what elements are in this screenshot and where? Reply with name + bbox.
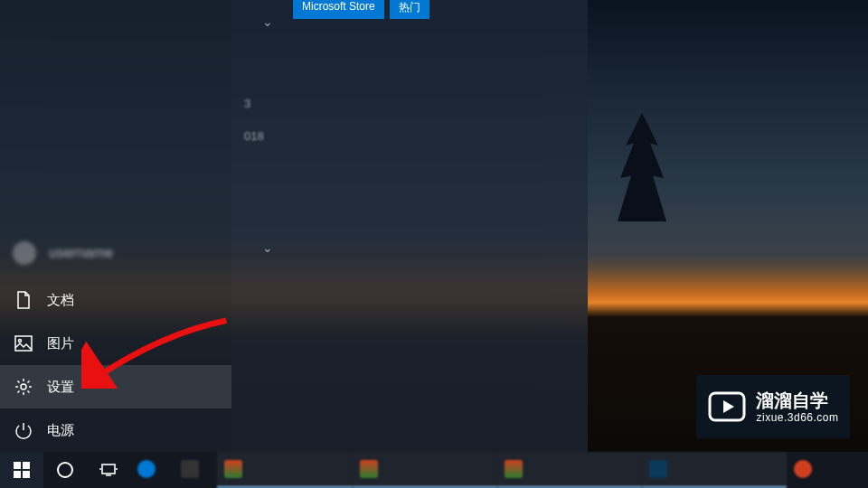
watermark-title: 溜溜自学 <box>756 389 838 411</box>
badge-hot[interactable]: 热门 <box>390 0 429 19</box>
windows-logo-icon <box>14 462 30 478</box>
badge-store[interactable]: Microsoft Store <box>293 0 384 19</box>
chevron-down-icon[interactable]: ⌄ <box>262 240 273 255</box>
app-icon <box>794 460 812 478</box>
taskbar-app[interactable] <box>642 452 787 488</box>
desktop-wallpaper: username 文档 图片 <box>0 0 868 488</box>
rail-item-label: 电源 <box>47 422 74 439</box>
svg-point-1 <box>19 340 22 343</box>
svg-rect-6 <box>14 471 21 478</box>
rail-item-power[interactable]: 电源 <box>0 408 231 452</box>
watermark: 溜溜自学 zixue.3d66.com <box>696 375 850 438</box>
rail-item-settings[interactable]: 设置 <box>0 365 231 408</box>
taskbar <box>0 452 868 488</box>
svg-rect-4 <box>14 462 21 469</box>
avatar-icon <box>13 241 36 265</box>
start-menu: username 文档 图片 <box>0 0 588 452</box>
highlight-badges: Microsoft Store 热门 <box>293 0 429 19</box>
document-icon <box>14 291 33 309</box>
app-icon <box>649 460 667 478</box>
rail-item-documents[interactable]: 文档 <box>0 278 231 322</box>
cortana-circle-icon <box>56 461 74 479</box>
svg-point-8 <box>58 463 72 477</box>
app-icon <box>360 460 378 478</box>
start-menu-apps-area: Microsoft Store 热门 ⌄ 3 018 ⌄ <box>231 0 588 452</box>
svg-rect-0 <box>15 336 32 351</box>
app-icon <box>505 460 523 478</box>
taskbar-app[interactable] <box>787 452 830 488</box>
watermark-url: zixue.3d66.com <box>756 411 838 424</box>
rail-item-pictures[interactable]: 图片 <box>0 322 231 365</box>
app-list-row[interactable]: 3 <box>241 87 579 119</box>
svg-point-2 <box>21 384 26 389</box>
task-view-icon <box>99 462 118 478</box>
start-menu-rail: username 文档 图片 <box>0 0 231 452</box>
rail-item-label: 设置 <box>47 379 74 396</box>
rail-item-label: 图片 <box>47 335 74 352</box>
start-button[interactable] <box>0 452 43 488</box>
app-icon <box>181 460 199 478</box>
cortana-button[interactable] <box>43 452 87 488</box>
user-account-label: username <box>49 245 113 261</box>
taskbar-app[interactable] <box>353 452 497 488</box>
taskbar-app[interactable] <box>217 452 353 488</box>
taskbar-app[interactable] <box>130 452 174 488</box>
app-hint-label: 3 <box>244 97 250 110</box>
taskbar-app[interactable] <box>174 452 217 488</box>
gear-icon <box>14 378 33 396</box>
app-icon <box>224 460 242 478</box>
app-list-row[interactable]: 018 <box>241 119 579 152</box>
taskbar-app[interactable] <box>497 452 642 488</box>
svg-rect-7 <box>23 471 30 478</box>
chevron-down-icon[interactable]: ⌄ <box>262 14 273 29</box>
svg-rect-9 <box>102 465 115 474</box>
user-account-button[interactable]: username <box>0 231 231 275</box>
app-hint-label: 018 <box>244 129 264 143</box>
app-icon <box>137 460 156 478</box>
wallpaper-tree <box>615 113 669 221</box>
power-icon <box>14 421 33 439</box>
play-logo-icon <box>707 387 747 427</box>
svg-rect-5 <box>23 462 30 469</box>
task-view-button[interactable] <box>87 452 130 488</box>
rail-item-label: 文档 <box>47 292 74 309</box>
picture-icon <box>14 334 33 352</box>
